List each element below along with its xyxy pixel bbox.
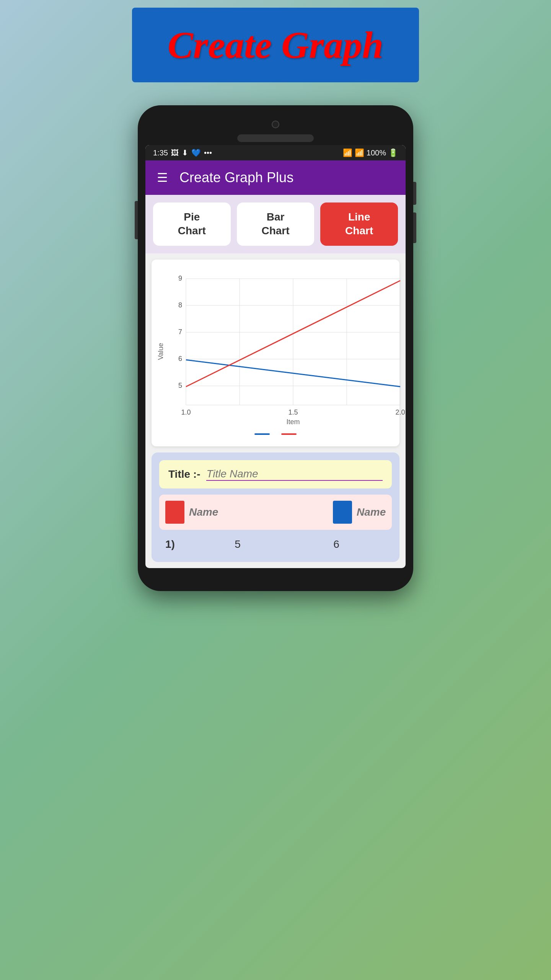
svg-text:7: 7	[178, 328, 182, 336]
status-bar: 1:35 🖼 ⬇ 💙 ••• 📶 📶 100% 🔋	[145, 145, 406, 160]
app-title: Create Graph	[155, 23, 396, 67]
front-camera	[272, 121, 279, 128]
volume-up-button[interactable]	[413, 182, 416, 205]
row-value-1-1: 5	[188, 538, 287, 550]
series2-color-block	[333, 501, 352, 524]
hamburger-menu-icon[interactable]: ☰	[157, 170, 168, 185]
legend-red-line	[281, 433, 297, 435]
app-icon: 💙	[191, 148, 201, 157]
series1-color-block	[165, 501, 184, 524]
row-value-1-2: 6	[287, 538, 386, 550]
y-axis-label: Value	[157, 343, 165, 360]
status-time: 1:35	[153, 149, 168, 157]
svg-text:2.0: 2.0	[395, 408, 405, 416]
data-input-section: Title :- 1) 5 6	[152, 452, 399, 562]
data-row-1: 1) 5 6	[159, 534, 392, 554]
more-icon: •••	[204, 149, 212, 157]
name-row	[159, 495, 392, 530]
phone-speaker	[237, 134, 314, 142]
line-chart-tab[interactable]: LineChart	[320, 203, 398, 246]
title-input[interactable]	[206, 468, 383, 481]
status-right: 📶 📶 100% 🔋	[343, 148, 398, 157]
row-number-1: 1)	[165, 538, 188, 550]
download-icon: ⬇	[182, 148, 188, 157]
series2-name-input[interactable]	[357, 506, 406, 518]
battery-percent: 100%	[367, 149, 386, 157]
phone-frame: 1:35 🖼 ⬇ 💙 ••• 📶 📶 100% 🔋 ☰ Create Graph…	[138, 105, 413, 591]
chart-type-tabs: PieChart BarChart LineChart	[145, 195, 406, 253]
signal-icon: 📶	[355, 148, 364, 157]
pie-chart-tab[interactable]: PieChart	[153, 203, 231, 246]
svg-text:5: 5	[178, 382, 182, 389]
app-bar: ☰ Create Graph Plus	[145, 160, 406, 195]
svg-text:9: 9	[178, 274, 182, 282]
legend-red	[281, 433, 297, 435]
bar-chart-tab[interactable]: BarChart	[237, 203, 315, 246]
svg-text:6: 6	[178, 355, 182, 363]
battery-icon: 🔋	[388, 148, 398, 157]
chart-svg-container: Value 9 8 7	[155, 267, 396, 430]
series1-name-item	[165, 501, 328, 524]
series1-name-input[interactable]	[189, 506, 328, 518]
series2-name-item	[333, 501, 406, 524]
legend-blue-line	[254, 433, 270, 435]
status-left: 1:35 🖼 ⬇ 💙 •••	[153, 148, 212, 157]
svg-text:1.5: 1.5	[288, 408, 298, 416]
phone-screen: 1:35 🖼 ⬇ 💙 ••• 📶 📶 100% 🔋 ☰ Create Graph…	[145, 145, 406, 568]
app-bar-title: Create Graph Plus	[179, 170, 293, 186]
wifi-icon: 📶	[343, 148, 352, 157]
line-chart-svg: Value 9 8 7	[155, 267, 406, 428]
gallery-icon: 🖼	[171, 149, 179, 157]
svg-text:8: 8	[178, 301, 182, 309]
chart-legend	[155, 430, 396, 439]
x-axis-label: Item	[286, 418, 300, 426]
volume-down-button[interactable]	[413, 212, 416, 243]
legend-blue	[254, 433, 270, 435]
chart-area: Value 9 8 7	[152, 260, 399, 446]
svg-text:1.0: 1.0	[181, 408, 191, 416]
title-label: Title :-	[168, 468, 200, 480]
title-row: Title :-	[159, 460, 392, 488]
power-button[interactable]	[135, 201, 138, 239]
header-banner: Create Graph	[132, 8, 419, 82]
